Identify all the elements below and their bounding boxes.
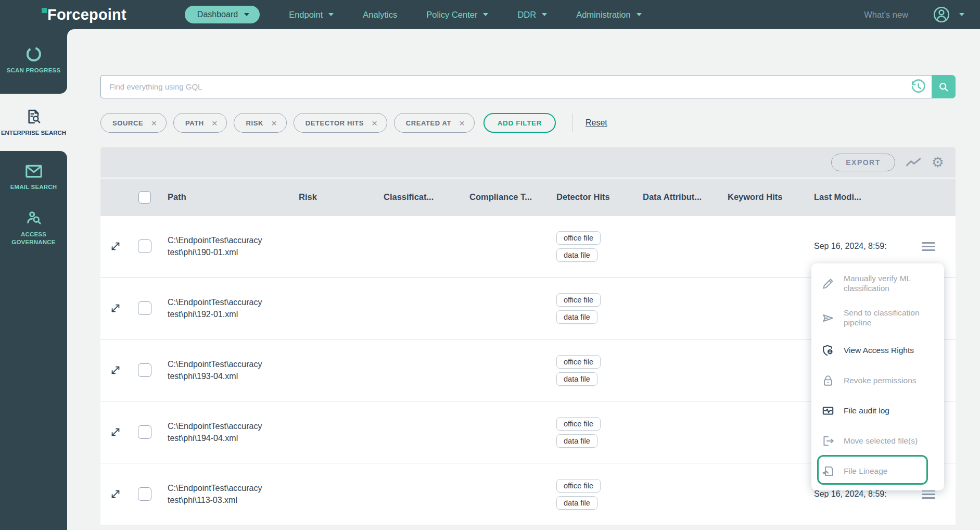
sidebar-item-email-search[interactable]: EMAIL SEARCH — [5, 163, 63, 191]
menu-item-label: Manually verify ML classification — [844, 274, 939, 294]
detector-hit-tags: office file data file — [552, 355, 638, 386]
sidebar-item-label: EMAIL SEARCH — [10, 183, 57, 191]
remove-filter-icon[interactable]: × — [459, 118, 465, 128]
trend-chart-icon[interactable] — [906, 157, 921, 168]
sidebar-item-enterprise-search[interactable]: ENTERPRISE SEARCH — [0, 94, 67, 151]
column-header-keyword-hits[interactable]: Keyword Hits — [723, 192, 809, 202]
file-path: C:\EndpointTest\accuracy test\phi\192-01… — [159, 296, 294, 320]
detector-hit-tags: office file data file — [552, 231, 638, 262]
row-checkbox[interactable] — [138, 425, 151, 439]
nav-item-ddr[interactable]: DDR — [517, 10, 547, 20]
filter-chip-source[interactable]: SOURCE × — [100, 113, 167, 133]
tag-data-file: data file — [556, 248, 597, 262]
file-path: C:\EndpointTest\accuracy test\phi\113-03… — [159, 482, 294, 506]
access-governance-icon — [25, 210, 43, 226]
remove-filter-icon[interactable]: × — [151, 118, 157, 128]
expand-row-icon[interactable] — [110, 241, 121, 252]
nav-item-administration[interactable]: Administration — [576, 10, 642, 20]
remove-filter-icon[interactable]: × — [212, 118, 218, 128]
filter-chip-risk[interactable]: RISK × — [234, 113, 286, 133]
gear-icon[interactable]: ⚙ — [932, 156, 944, 170]
sidebar-item-access-governance[interactable]: ACCESS GOVERNANCE — [5, 210, 63, 246]
logo-square-icon — [42, 8, 47, 13]
menu-item-label: Move selected file(s) — [844, 436, 918, 446]
nav-item-label: Administration — [576, 10, 631, 20]
search-history-icon[interactable] — [910, 79, 926, 95]
filter-chip-label: PATH — [185, 119, 204, 127]
menu-item-file-lineage[interactable]: File Lineage — [811, 456, 944, 486]
filter-chip-path[interactable]: PATH × — [173, 113, 227, 133]
detector-hit-tags: office file data file — [552, 479, 638, 510]
row-menu-button[interactable] — [913, 490, 956, 499]
audit-log-icon — [821, 404, 835, 418]
expand-row-icon[interactable] — [110, 488, 121, 500]
menu-item-manually-verify-ml[interactable]: Manually verify ML classification — [811, 267, 944, 301]
tag-office-file: office file — [556, 293, 601, 307]
expand-row-icon[interactable] — [110, 302, 121, 314]
row-checkbox[interactable] — [138, 487, 151, 501]
nav-item-dashboard[interactable]: Dashboard — [185, 6, 260, 23]
menu-item-label: File audit log — [844, 406, 889, 416]
column-header-last-modified[interactable]: Last Modi... — [809, 192, 913, 202]
nav-item-analytics[interactable]: Analytics — [363, 10, 397, 20]
nav-item-label: Policy Center — [426, 10, 477, 20]
chevron-down-icon — [959, 13, 964, 16]
send-icon — [821, 311, 835, 325]
export-button[interactable]: EXPORT — [831, 154, 895, 171]
menu-item-file-audit-log[interactable]: File audit log — [811, 396, 944, 426]
add-filter-button[interactable]: ADD FILTER — [483, 113, 556, 133]
reset-filters-link[interactable]: Reset — [586, 118, 607, 128]
remove-filter-icon[interactable]: × — [271, 118, 277, 128]
column-header-data-attributes[interactable]: Data Attribut... — [638, 192, 723, 202]
row-checkbox[interactable] — [138, 363, 151, 377]
top-nav: Forcepoint Dashboard Endpoint Analytics … — [0, 0, 980, 29]
menu-item-label: View Access Rights — [844, 346, 914, 356]
menu-item-move-selected-files[interactable]: Move selected file(s) — [811, 426, 944, 456]
detector-hit-tags: office file data file — [552, 293, 638, 324]
menu-item-label: Send to classification pipeline — [844, 308, 939, 328]
sidebar-item-label: ENTERPRISE SEARCH — [1, 129, 66, 137]
sidebar-item-scan-progress[interactable]: SCAN PROGRESS — [5, 46, 63, 74]
shield-user-icon — [821, 344, 835, 357]
hamburger-icon — [922, 242, 935, 251]
row-checkbox[interactable] — [138, 239, 151, 253]
row-menu-button[interactable] — [913, 242, 956, 251]
expand-row-icon[interactable] — [110, 426, 121, 438]
remove-filter-icon[interactable]: × — [372, 118, 378, 128]
nav-item-label: Endpoint — [289, 10, 323, 20]
brand-text: Forcepoint — [47, 6, 126, 23]
nav-item-endpoint[interactable]: Endpoint — [289, 10, 334, 20]
column-header-detector-hits[interactable]: Detector Hits — [552, 192, 638, 202]
select-all-checkbox[interactable] — [138, 191, 151, 204]
column-header-classification[interactable]: Classificat... — [379, 192, 465, 202]
menu-item-revoke-permissions[interactable]: Revoke permissions — [811, 365, 944, 396]
expand-row-icon[interactable] — [110, 364, 121, 376]
filter-chip-label: CREATED AT — [406, 119, 451, 127]
user-menu[interactable] — [932, 5, 964, 24]
sidebar-section-bottom: EMAIL SEARCH ACCESS GOVERNANCE — [0, 151, 67, 530]
hamburger-icon — [922, 490, 935, 499]
enterprise-search-icon — [26, 108, 42, 125]
search-input[interactable] — [100, 75, 932, 98]
file-path: C:\EndpointTest\accuracy test\phi\194-04… — [159, 420, 294, 444]
nav-item-policy-center[interactable]: Policy Center — [426, 10, 488, 20]
menu-item-send-to-pipeline[interactable]: Send to classification pipeline — [811, 301, 944, 335]
tag-office-file: office file — [556, 231, 601, 245]
filter-chip-label: SOURCE — [112, 119, 143, 127]
table-header: Path Risk Classificat... Compliance T...… — [100, 179, 956, 216]
search-button[interactable] — [932, 75, 956, 98]
chevron-down-icon — [637, 13, 642, 16]
column-header-path[interactable]: Path — [159, 192, 294, 202]
tag-data-file: data file — [556, 496, 597, 510]
column-header-compliance[interactable]: Compliance T... — [465, 192, 552, 202]
row-checkbox[interactable] — [138, 301, 151, 315]
filter-chip-created-at[interactable]: CREATED AT × — [394, 113, 475, 133]
tag-office-file: office file — [556, 355, 601, 369]
column-header-risk[interactable]: Risk — [294, 192, 379, 202]
lock-icon — [821, 374, 835, 387]
nav-right: What's new — [864, 5, 964, 24]
filter-chip-detector-hits[interactable]: DETECTOR HITS × — [294, 113, 387, 133]
whats-new-link[interactable]: What's new — [864, 10, 908, 20]
menu-item-view-access-rights[interactable]: View Access Rights — [811, 335, 944, 365]
move-file-icon — [821, 434, 835, 448]
